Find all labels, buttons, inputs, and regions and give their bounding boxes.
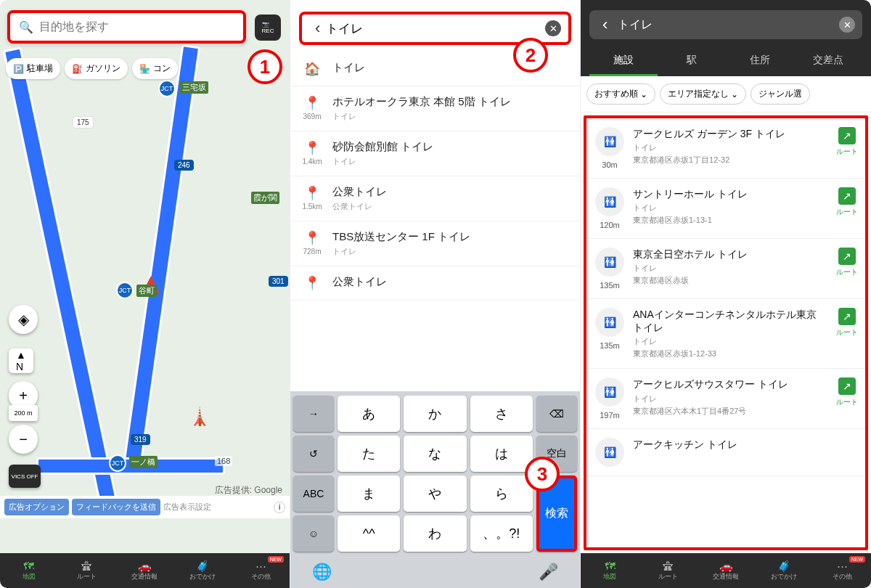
key-ABC[interactable]: ABC [293, 475, 334, 512]
key-な[interactable]: な [404, 436, 466, 472]
filter-おすすめ順[interactable]: おすすめ順⌄ [586, 83, 655, 105]
route-button[interactable]: ↗ルート [836, 187, 858, 229]
result-item[interactable]: 135mANAインターコンチネンタルホテル東京 トイレトイレ東京都港区赤坂1-1… [586, 299, 865, 369]
camera-rec-icon[interactable]: 📷REC [255, 15, 281, 41]
filter-row: おすすめ順⌄エリア指定なし⌄ジャンル選 [581, 76, 871, 113]
nav-item-その他[interactable]: ⋯その他NEW [813, 553, 871, 588]
filter-エリア指定なし[interactable]: エリア指定なし⌄ [660, 83, 746, 105]
nav-icon: 🗺 [605, 560, 616, 571]
compass-button[interactable]: ▲N [9, 348, 33, 373]
mic-icon[interactable]: 🎤 [539, 563, 558, 581]
back-icon[interactable]: ‹ [309, 19, 326, 38]
result-title: サントリーホール トイレ [633, 187, 829, 200]
panel-map: 🗼 JCT 三宅坂 霞が関 JCT 谷町 JCT 一ノ橋 175 246 301… [0, 0, 290, 588]
suggestion-distance: 1.5km [302, 203, 322, 211]
tab-交差点[interactable]: 交差点 [794, 46, 862, 76]
new-badge: NEW [849, 556, 865, 563]
chip-convenience[interactable]: 🏪コン [132, 58, 178, 79]
search-input[interactable] [39, 20, 234, 33]
chip-gas[interactable]: ⛽ガソリン [65, 58, 128, 79]
backspace-key[interactable]: ⌫ [536, 396, 577, 432]
clear-icon[interactable]: ✕ [839, 17, 855, 33]
key-さ[interactable]: さ [470, 396, 533, 432]
suggestion-icon: 📍1.5km [302, 185, 322, 212]
suggestion-item[interactable]: 📍公衆トイレ [290, 266, 580, 301]
key-わ[interactable]: わ [404, 515, 466, 552]
keyboard-bottom-bar: 🌐 🎤 [290, 556, 580, 588]
key-↺[interactable]: ↺ [293, 436, 334, 472]
key-は[interactable]: は [470, 436, 533, 472]
key-^^[interactable]: ^^ [338, 515, 400, 552]
search-bar[interactable]: 🔍 [7, 10, 246, 44]
search-input[interactable] [326, 21, 545, 36]
key-た[interactable]: た [338, 436, 400, 472]
result-item[interactable]: 120mサントリーホール トイレトイレ東京都港区赤坂1-13-1↗ルート [586, 179, 865, 239]
key-→[interactable]: → [293, 396, 334, 432]
nav-item-ルート[interactable]: 🛣ルート [58, 553, 116, 588]
search-bar[interactable]: ‹ トイレ ✕ [589, 10, 862, 39]
key-、。?![interactable]: 、。?! [470, 515, 533, 552]
search-bar[interactable]: ‹ ✕ 2 [299, 12, 571, 45]
nav-item-おでかけ[interactable]: 🧳おでかけ [173, 553, 232, 588]
result-address: 東京都港区赤坂1丁目12-32 [633, 155, 829, 166]
results-list: 30mアークヒルズ ガーデン 3F トイレトイレ東京都港区赤坂1丁目12-32↗… [584, 115, 868, 550]
suggestion-item[interactable]: 📍1.4km砂防会館別館 トイレトイレ [290, 131, 580, 176]
result-distance: 197m [600, 411, 620, 420]
nav-item-その他[interactable]: ⋯その他NEW [232, 553, 290, 588]
result-title: アークヒルズサウスタワー トイレ [633, 377, 829, 391]
back-icon[interactable]: ‹ [597, 15, 613, 34]
result-item[interactable]: 135m東京全日空ホテル トイレトイレ東京都港区赤坂↗ルート [586, 239, 865, 299]
nav-item-地図[interactable]: 🗺地図 [0, 553, 58, 588]
key-あ[interactable]: あ [338, 396, 400, 432]
route-icon: ↗ [838, 377, 856, 395]
nav-icon: 🧳 [196, 560, 210, 571]
key-ま[interactable]: ま [338, 475, 400, 512]
key-や[interactable]: や [404, 475, 466, 512]
layers-button[interactable]: ◈ [9, 305, 38, 334]
tab-施設[interactable]: 施設 [589, 46, 658, 76]
gas-icon: ⛽ [72, 64, 83, 74]
route-button[interactable]: ↗ルート [836, 248, 858, 290]
tab-住所[interactable]: 住所 [726, 46, 794, 76]
result-category: トイレ [633, 393, 829, 404]
nav-item-交通情報[interactable]: 🚗交通情報 [697, 553, 755, 588]
panel-suggestions: ‹ ✕ 2 🏠トイレ📍369mホテルオークラ東京 本館 5階 トイレトイレ📍1.… [290, 0, 581, 588]
nav-label: 交通情報 [713, 572, 739, 581]
result-title: アークキッチン トイレ [633, 438, 858, 451]
ad-info-icon[interactable]: i [274, 502, 285, 513]
suggestion-item[interactable]: 📍728mTBS放送センター 1F トイレトイレ [290, 221, 580, 266]
vics-toggle[interactable]: VICS OFF [9, 465, 41, 488]
nav-item-ルート[interactable]: 🛣ルート [639, 553, 697, 588]
nav-item-おでかけ[interactable]: 🧳おでかけ [755, 553, 813, 588]
nav-item-交通情報[interactable]: 🚗交通情報 [116, 553, 174, 588]
nav-item-地図[interactable]: 🗺地図 [581, 553, 639, 588]
result-title: 東京全日空ホテル トイレ [633, 248, 829, 261]
filter-ジャンル選[interactable]: ジャンル選 [751, 83, 810, 105]
suggestion-item[interactable]: 📍1.5km公衆トイレ公衆トイレ [290, 176, 580, 221]
key-☺[interactable]: ☺ [293, 515, 334, 552]
zoom-out-button[interactable]: − [9, 425, 38, 454]
tab-駅[interactable]: 駅 [658, 46, 726, 76]
result-item[interactable]: アークキッチン トイレ [586, 429, 865, 476]
result-item[interactable]: 197mアークヒルズサウスタワー トイレトイレ東京都港区六本木1丁目4番27号↗… [586, 369, 865, 429]
chip-parking[interactable]: 🅿️駐車場 [6, 58, 60, 79]
key-ら[interactable]: ら [470, 475, 533, 512]
globe-icon[interactable]: 🌐 [312, 563, 332, 581]
route-button[interactable]: ↗ルート [836, 127, 858, 169]
ad-feedback-button[interactable]: フィードバックを送信 [72, 499, 160, 515]
result-distance: 135m [600, 281, 620, 290]
route-button[interactable]: ↗ルート [836, 308, 858, 359]
suggestion-item[interactable]: 📍369mホテルオークラ東京 本館 5階 トイレトイレ [290, 86, 580, 131]
map-canvas[interactable]: 🗼 JCT 三宅坂 霞が関 JCT 谷町 JCT 一ノ橋 175 246 301… [0, 0, 290, 553]
result-distance: 120m [600, 221, 620, 229]
result-item[interactable]: 30mアークヒルズ ガーデン 3F トイレトイレ東京都港区赤坂1丁目12-32↗… [586, 118, 865, 179]
route-button[interactable]: ↗ルート [836, 377, 858, 420]
tokyo-tower-icon: 🗼 [189, 407, 210, 427]
search-key[interactable]: 検索3 [536, 475, 577, 552]
ad-settings-link[interactable]: 広告表示設定 [163, 502, 211, 513]
ad-options-button[interactable]: 広告オプション [4, 499, 69, 515]
map-label-kasumi: 霞が関 [251, 192, 279, 204]
toilet-icon [595, 438, 624, 467]
clear-icon[interactable]: ✕ [545, 20, 561, 36]
key-か[interactable]: か [404, 396, 466, 432]
